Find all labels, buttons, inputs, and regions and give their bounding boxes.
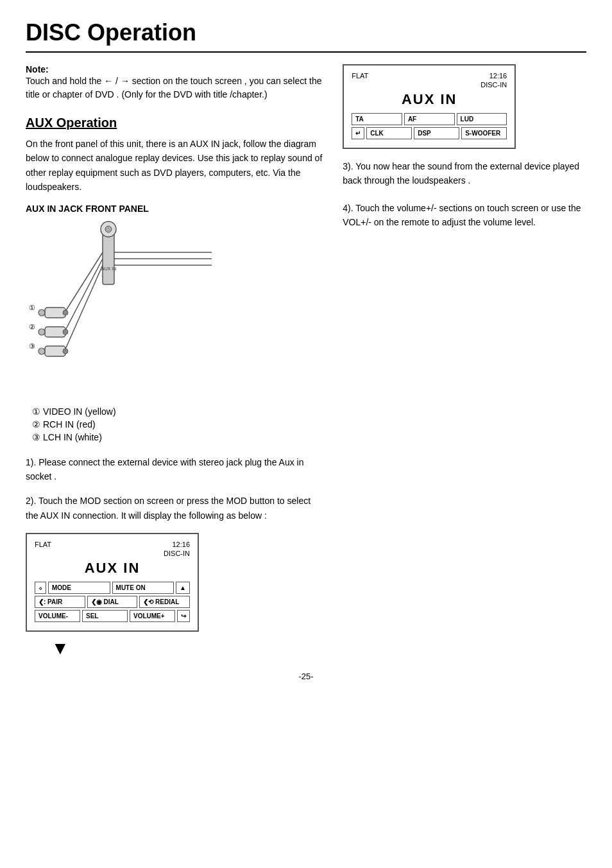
lcd-bottom: FLAT 12:16 DISC-IN AUX IN ⬦ MODE MUTE ON…	[26, 533, 199, 632]
note-section: Note: Touch and hold the ← / → section o…	[26, 64, 323, 101]
lcd-time: 12:16	[172, 541, 190, 548]
lcd-btn-lud: LUD	[457, 113, 507, 125]
legend-item-3: ③ LCH IN (white)	[32, 432, 323, 442]
svg-point-2	[105, 226, 112, 232]
note-label: Note:	[26, 64, 49, 74]
lcd-btn-arrow-left: ⬦	[35, 582, 46, 594]
step-3: 3). You now hear the sound from the exte…	[343, 159, 586, 188]
page-number: -25-	[26, 672, 586, 681]
lcd-btn-vol-plus: VOLUME+	[130, 610, 175, 622]
legend-text-1: VIDEO IN (yellow)	[43, 406, 116, 417]
lcd-btn-row-3: VOLUME- SEL VOLUME+ ↪	[35, 610, 190, 622]
lcd-btn-pair: ❮: PAIR	[35, 596, 85, 608]
legend-num-1: ①	[32, 406, 40, 417]
lcd-btn-clk: CLK	[366, 127, 412, 139]
lcd-btn-row-1: ⬦ MODE MUTE ON ▲	[35, 582, 190, 594]
legend-text-2: RCH IN (red)	[43, 419, 96, 430]
lcd-btn-eject: ▲	[176, 582, 190, 594]
svg-point-10	[63, 310, 68, 315]
lcd-btn-dsp: DSP	[414, 127, 459, 139]
svg-line-12	[64, 259, 103, 333]
svg-text:②: ②	[29, 323, 35, 331]
legend: ① VIDEO IN (yellow) ② RCH IN (red) ③ LCH…	[32, 406, 323, 442]
lcd-btn-ta: TA	[352, 113, 402, 125]
step-4: 4). Touch the volume+/- sections on touc…	[343, 201, 586, 230]
lcd-right-time: 12:16	[489, 72, 507, 80]
legend-num-3: ③	[32, 432, 40, 442]
lcd-aux-in: AUX IN	[35, 560, 190, 577]
svg-point-20	[63, 349, 68, 354]
lcd-right: FLAT 12:16 DISC-IN AUX IN TA AF LUD ↵ CL…	[343, 64, 516, 149]
step-1: 1). Please connect the external device w…	[26, 455, 323, 484]
lcd-btn-next: ↪	[177, 610, 190, 622]
lcd-flat: FLAT	[35, 541, 51, 548]
svg-point-9	[38, 309, 45, 316]
lcd-btn-mute: MUTE ON	[112, 582, 174, 594]
lcd-right-btn-row-2: ↵ CLK DSP S-WOOFER	[352, 127, 507, 139]
svg-rect-13	[45, 327, 65, 337]
lcd-btn-row-2: ❮: PAIR ❮◉ DIAL ❮⟲ REDIAL	[35, 596, 190, 608]
lcd-right-disc-in: DISC-IN	[352, 81, 507, 89]
lcd-btn-enter: ↵	[352, 127, 364, 139]
svg-rect-0	[103, 233, 114, 284]
lcd-right-btn-row-1: TA AF LUD	[352, 113, 507, 125]
svg-rect-18	[45, 346, 65, 356]
arrow-down: ▼	[51, 638, 323, 659]
svg-text:AUX IN: AUX IN	[101, 266, 116, 271]
step-2: 2). Touch the MOD section on screen or p…	[26, 494, 323, 523]
lcd-btn-swoofer: S-WOOFER	[461, 127, 507, 139]
note-text: Touch and hold the ← / → section on the …	[26, 74, 323, 101]
lcd-btn-vol-minus: VOLUME-	[35, 610, 80, 622]
legend-item-1: ① VIDEO IN (yellow)	[32, 406, 323, 417]
lcd-btn-mode: MODE	[48, 582, 110, 594]
left-column: Note: Touch and hold the ← / → section o…	[26, 64, 323, 659]
svg-line-17	[64, 265, 103, 352]
lcd-btn-sel: SEL	[82, 610, 128, 622]
lcd-btn-af: AF	[404, 113, 455, 125]
svg-point-14	[38, 329, 45, 335]
lcd-disc-in: DISC-IN	[35, 550, 190, 557]
svg-rect-8	[45, 308, 65, 318]
svg-point-15	[63, 329, 68, 334]
jack-label: AUX IN JACK FRONT PANEL	[26, 204, 323, 214]
aux-section-title: AUX Operation	[26, 116, 323, 130]
lcd-right-aux-in: AUX IN	[352, 91, 507, 108]
lcd-btn-redial: ❮⟲ REDIAL	[139, 596, 190, 608]
svg-text:③: ③	[29, 342, 35, 350]
svg-line-7	[64, 252, 103, 313]
svg-point-19	[38, 348, 45, 354]
legend-text-3: LCH IN (white)	[43, 432, 102, 442]
page-title: DISC Operation	[26, 19, 586, 53]
aux-section-body: On the front panel of this unit, there i…	[26, 137, 323, 195]
lcd-right-flat: FLAT	[352, 72, 368, 80]
lcd-btn-dial: ❮◉ DIAL	[87, 596, 138, 608]
legend-num-2: ②	[32, 419, 40, 430]
jack-diagram: AUX IN ① ②	[26, 220, 231, 400]
legend-item-2: ② RCH IN (red)	[32, 419, 323, 430]
right-column: FLAT 12:16 DISC-IN AUX IN TA AF LUD ↵ CL…	[343, 64, 586, 659]
svg-text:①: ①	[29, 304, 35, 311]
